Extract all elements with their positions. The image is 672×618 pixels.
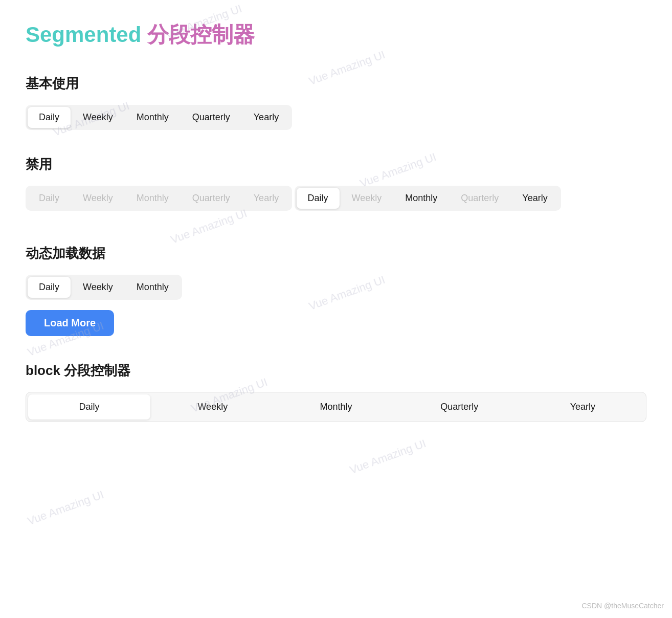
seg-item-monthly-di[interactable]: Monthly — [394, 188, 449, 209]
seg-item-quarterly[interactable]: Quarterly — [181, 107, 241, 128]
seg-item-daily-dis: Daily — [28, 188, 71, 209]
seg-item-quarterly-dis: Quarterly — [181, 188, 241, 209]
section-basic-title: 基本使用 — [26, 75, 646, 93]
seg-item-daily-blk[interactable]: Daily — [28, 394, 150, 420]
seg-item-daily-dyn[interactable]: Daily — [28, 277, 71, 298]
title-zh: 分段控制器 — [147, 23, 255, 47]
section-disabled: 禁用 Daily Weekly Monthly Quarterly Yearly… — [26, 156, 646, 219]
segmented-block: Daily Weekly Monthly Quarterly Yearly — [26, 392, 646, 422]
seg-item-monthly-dis: Monthly — [125, 188, 180, 209]
seg-item-quarterly-di: Quarterly — [450, 188, 510, 209]
page-title: Segmented 分段控制器 — [26, 20, 646, 49]
seg-item-yearly-dis: Yearly — [242, 188, 290, 209]
load-more-button[interactable]: Load More — [26, 310, 114, 336]
section-basic: 基本使用 Daily Weekly Monthly Quarterly Year… — [26, 75, 646, 130]
seg-item-daily[interactable]: Daily — [28, 107, 71, 128]
seg-item-weekly-blk[interactable]: Weekly — [151, 394, 274, 420]
section-dynamic-title: 动态加载数据 — [26, 245, 646, 262]
title-en: Segmented — [26, 23, 141, 47]
section-dynamic: 动态加载数据 Daily Weekly Monthly Load More — [26, 245, 646, 336]
block-title-zh: 分段控制器 — [64, 363, 130, 378]
seg-item-monthly-blk[interactable]: Monthly — [275, 394, 397, 420]
seg-item-yearly[interactable]: Yearly — [242, 107, 290, 128]
section-block-title: block 分段控制器 — [26, 362, 646, 380]
seg-item-quarterly-blk[interactable]: Quarterly — [398, 394, 521, 420]
segmented-disabled-items: Daily Weekly Monthly Quarterly Yearly — [295, 186, 561, 211]
seg-item-weekly-dis: Weekly — [72, 188, 124, 209]
seg-item-weekly-dyn[interactable]: Weekly — [72, 277, 124, 298]
segmented-basic: Daily Weekly Monthly Quarterly Yearly — [26, 105, 292, 130]
seg-item-weekly-di: Weekly — [341, 188, 393, 209]
segmented-dynamic: Daily Weekly Monthly — [26, 275, 182, 300]
section-block: block 分段控制器 Daily Weekly Monthly Quarter… — [26, 362, 646, 422]
seg-item-weekly[interactable]: Weekly — [72, 107, 124, 128]
seg-item-yearly-di[interactable]: Yearly — [511, 188, 558, 209]
section-disabled-title: 禁用 — [26, 156, 646, 173]
seg-item-yearly-blk[interactable]: Yearly — [522, 394, 644, 420]
segmented-disabled-all: Daily Weekly Monthly Quarterly Yearly — [26, 186, 292, 211]
seg-item-monthly[interactable]: Monthly — [125, 107, 180, 128]
block-title-bold: block — [26, 363, 60, 378]
seg-item-daily-di[interactable]: Daily — [297, 188, 340, 209]
watermark: Vue Amazing UI — [348, 437, 428, 468]
seg-item-monthly-dyn[interactable]: Monthly — [125, 277, 180, 298]
